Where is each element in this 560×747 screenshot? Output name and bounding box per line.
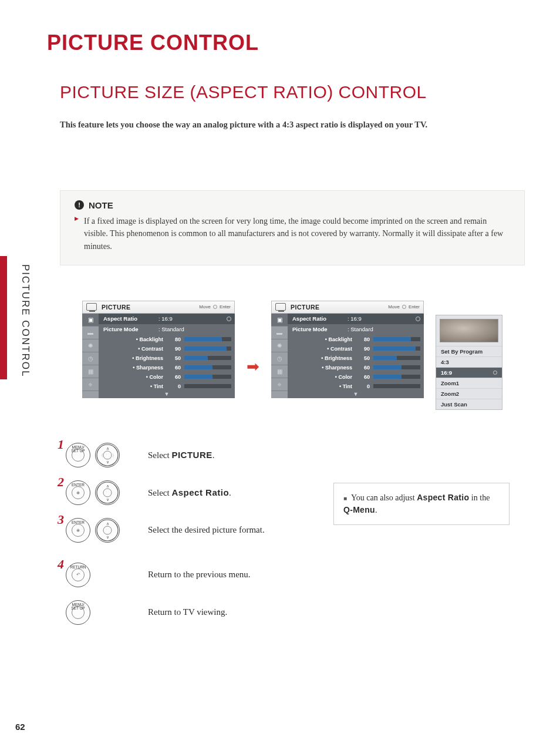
osd-setting-bar [373, 346, 420, 351]
popup-option-label: Zoom1 [441, 380, 459, 386]
osd-setting-label: • Color [292, 374, 356, 380]
popup-option[interactable]: Just Scan [436, 399, 502, 409]
osd-setting-row[interactable]: • Tint0 [99, 382, 235, 391]
osd-setting-bar [184, 384, 231, 388]
note-heading: ! NOTE [75, 200, 510, 210]
monitor-icon [275, 303, 286, 311]
osd-setting-row[interactable]: • Color60 [288, 372, 424, 382]
option-icon: ▦ [82, 365, 99, 378]
popup-option-label: Set By Program [441, 348, 483, 355]
osd-aspect-label: Aspect Ratio [103, 315, 155, 322]
button-label: RETURN [66, 566, 90, 570]
time-icon: ◷ [82, 352, 99, 365]
osd-mode-label: Picture Mode [103, 326, 155, 332]
osd-row: PICTURE Move Enter ▣ ▬ ✺ ◷ ▦ ⎆ [82, 301, 525, 410]
popup-option[interactable]: 16:9 [436, 367, 502, 378]
return-button[interactable]: RETURN ↶ [66, 563, 90, 587]
osd-setting-value: 0 [359, 383, 370, 389]
osd-setting-row[interactable]: • Brightness50 [288, 354, 424, 363]
circle-icon [402, 305, 406, 309]
osd-setting-label: • Backlight [103, 337, 167, 342]
osd-setting-row[interactable]: • Color60 [99, 372, 235, 382]
popup-option-label: 4:3 [441, 359, 449, 365]
osd-main: Aspect Ratio : 16:9 Picture Mode : Stand… [99, 314, 235, 398]
osd-setting-value: 80 [359, 337, 370, 342]
step-number: 2 [58, 475, 64, 490]
osd-setting-label: • Contrast [292, 346, 356, 352]
osd-setting-bar [373, 365, 420, 369]
brightness-icon: ✺ [271, 339, 288, 352]
osd-mode-row[interactable]: Picture Mode : Standard [99, 324, 235, 335]
menu-setup-button[interactable]: MENU/ SET UP [66, 443, 90, 467]
osd-setting-row[interactable]: • Contrast90 [288, 344, 424, 354]
audio-icon: ▬ [271, 327, 288, 339]
osd-setting-value: 50 [170, 355, 181, 361]
popup-option[interactable]: Set By Program [436, 346, 502, 356]
popup-option[interactable]: Zoom1 [436, 378, 502, 388]
step-4: 4 RETURN ↶ Return to the previous menu. [58, 563, 525, 587]
popup-option[interactable]: Zoom2 [436, 388, 502, 399]
svg-text:∧: ∧ [106, 446, 109, 451]
osd-setting-row[interactable]: • Sharpness60 [99, 363, 235, 372]
osd-setting-value: 60 [170, 365, 181, 371]
popup-option[interactable]: 4:3 [436, 356, 502, 367]
enter-button[interactable]: ENTER ◉ [66, 480, 90, 505]
osd-setting-row[interactable]: • Backlight80 [99, 335, 235, 344]
osd-header: PICTURE Move Enter [271, 301, 424, 314]
nav-pad-button[interactable]: ∧∨〈〉 [95, 443, 120, 467]
step-number: 3 [58, 512, 64, 527]
nav-pad-button[interactable]: ∧∨ [95, 480, 120, 505]
osd-scroll-down: ▼ [288, 391, 424, 398]
step-text: Select Aspect Ratio. [148, 487, 231, 498]
svg-text:∧: ∧ [106, 484, 109, 489]
menu-setup-button[interactable]: MENU/ SET UP [66, 600, 90, 625]
step-text: Select PICTURE. [148, 450, 215, 460]
osd-setting-label: • Tint [292, 383, 356, 389]
osd-setting-row[interactable]: • Brightness50 [99, 354, 235, 363]
steps: 1 MENU/ SET UP ∧∨〈〉 Select PICTURE. 2 EN… [58, 443, 525, 625]
osd-mode-row[interactable]: Picture Mode : Standard [288, 324, 424, 335]
option-icon: ▦ [271, 365, 288, 378]
osd-aspect-value: : 16:9 [348, 315, 378, 322]
note-heading-label: NOTE [89, 200, 113, 210]
osd-setting-bar [373, 337, 420, 341]
nav-pad-button[interactable]: ∧∨ [95, 518, 120, 543]
page-number: 62 [15, 722, 25, 732]
osd-setting-row[interactable]: • Sharpness60 [288, 363, 424, 372]
aspect-popup: Set By Program4:316:9Zoom1Zoom2Just Scan [436, 315, 502, 410]
brightness-icon: ✺ [82, 339, 99, 352]
osd-setting-label: • Color [103, 374, 167, 380]
section-title: PICTURE SIZE (ASPECT RATIO) CONTROL [60, 82, 525, 102]
monitor-icon [86, 303, 97, 311]
step-text: Select the desired picture format. [148, 525, 265, 535]
osd-sidebar: ▣ ▬ ✺ ◷ ▦ ⎆ [271, 314, 288, 398]
osd-mode-value: : Standard [348, 326, 378, 332]
page-title: PICTURE CONTROL [47, 31, 525, 55]
osd-setting-value: 50 [359, 355, 370, 361]
osd-setting-bar [184, 365, 231, 369]
osd-setting-label: • Sharpness [103, 365, 167, 371]
osd-mode-value: : Standard [158, 326, 189, 332]
picture-icon: ▣ [271, 314, 288, 327]
popup-option-label: Zoom2 [441, 391, 459, 397]
osd-setting-bar [373, 384, 420, 388]
osd-setting-value: 90 [359, 346, 370, 352]
arrow-right-icon: ➡ [247, 358, 259, 376]
svg-text:〉: 〉 [112, 453, 116, 458]
osd-setting-label: • Brightness [292, 355, 356, 361]
osd-aspect-row[interactable]: Aspect Ratio : 16:9 [99, 314, 235, 324]
osd-setting-row[interactable]: • Contrast90 [99, 344, 235, 354]
enter-button[interactable]: ENTER ◉ [66, 518, 90, 543]
svg-text:∨: ∨ [106, 460, 109, 465]
osd-setting-label: • Brightness [103, 355, 167, 361]
osd-panel-left: PICTURE Move Enter ▣ ▬ ✺ ◷ ▦ ⎆ [82, 301, 235, 398]
osd-setting-value: 80 [170, 337, 181, 342]
osd-setting-row[interactable]: • Backlight80 [288, 335, 424, 344]
osd-setting-label: • Contrast [103, 346, 167, 352]
osd-aspect-row[interactable]: Aspect Ratio : 16:9 [288, 314, 424, 324]
osd-setting-row[interactable]: • Tint0 [288, 382, 424, 391]
osd-setting-bar [373, 356, 420, 360]
tip-box: ■ You can also adjust Aspect Ratio in th… [333, 483, 510, 525]
osd-setting-bar [184, 346, 231, 351]
note-body: If a fixed image is displayed on the scr… [75, 215, 510, 253]
